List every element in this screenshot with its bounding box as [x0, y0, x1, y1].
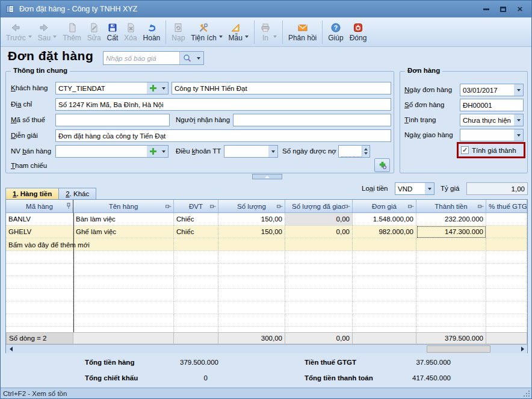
empty-cell[interactable]	[174, 302, 218, 314]
khach-hang-code-input[interactable]	[56, 82, 147, 94]
empty-cell[interactable]	[353, 251, 416, 264]
empty-cell[interactable]	[353, 302, 416, 314]
loai-tien-input[interactable]	[395, 183, 425, 194]
cell[interactable]: 150,00	[218, 226, 285, 238]
empty-cell[interactable]	[174, 289, 218, 302]
empty-cell[interactable]	[486, 302, 527, 314]
empty-cell[interactable]	[174, 276, 218, 289]
empty-cell[interactable]	[6, 251, 73, 264]
empty-cell[interactable]	[353, 264, 416, 276]
cell[interactable]: 982.000,00	[353, 226, 416, 238]
empty-cell[interactable]	[174, 314, 218, 327]
search-dropdown-button[interactable]	[194, 52, 203, 64]
empty-cell[interactable]	[218, 327, 285, 332]
cell[interactable]: 150,00	[218, 213, 285, 226]
empty-cell[interactable]	[416, 264, 486, 276]
cell[interactable]: 232.200.000	[416, 213, 486, 226]
header-so-luong[interactable]: Số lượng	[218, 200, 285, 213]
nguoi-nhan-hang-input[interactable]	[234, 114, 391, 126]
cell[interactable]: Chiếc	[174, 213, 218, 226]
ngay-don-hang-dropdown-button[interactable]	[514, 84, 523, 96]
tinh-gia-thanh-checkbox[interactable]: ✓	[461, 146, 469, 154]
khach-hang-name-input[interactable]	[172, 82, 391, 94]
empty-cell[interactable]	[6, 302, 73, 314]
empty-cell[interactable]	[218, 289, 285, 302]
toolbar-button-dong[interactable]: Đóng	[347, 19, 370, 46]
cell[interactable]: BANLV	[6, 213, 73, 226]
toolbar-button-phan-hoi[interactable]: Phản hồi	[285, 19, 320, 46]
cell-focused[interactable]: 147.300.000	[416, 226, 486, 238]
empty-cell[interactable]	[416, 327, 486, 332]
toolbar-button-cat[interactable]: Cất	[104, 19, 122, 46]
maximize-button[interactable]	[499, 5, 507, 13]
empty-cell[interactable]	[486, 264, 527, 276]
empty-cell[interactable]	[486, 251, 527, 264]
empty-cell[interactable]	[73, 314, 174, 327]
empty-cell[interactable]	[353, 327, 416, 332]
add-employee-button[interactable]	[147, 146, 159, 157]
dien-giai-input[interactable]	[56, 130, 391, 141]
ngay-giao-hang-dropdown-button[interactable]	[514, 129, 523, 141]
empty-cell[interactable]	[416, 302, 486, 314]
header-so-luong-da-giao[interactable]: Số lượng đã giao	[285, 200, 353, 213]
toolbar-button-tien-ich[interactable]: Tiện ích	[188, 19, 225, 46]
empty-cell[interactable]	[486, 327, 527, 332]
empty-cell[interactable]	[6, 276, 73, 289]
cell[interactable]: 0,00	[285, 226, 353, 238]
new-row-hint[interactable]: Bấm vào đây để thêm mới	[6, 238, 527, 251]
empty-cell[interactable]	[73, 264, 174, 276]
ngay-don-hang-input[interactable]	[460, 84, 514, 96]
ma-so-thue-input[interactable]	[56, 114, 169, 126]
empty-cell[interactable]	[353, 289, 416, 302]
header-ten-hang[interactable]: Tên hàng	[73, 200, 174, 213]
empty-cell[interactable]	[73, 302, 174, 314]
header-thue-gtgt[interactable]: % thuế GTGT	[486, 200, 527, 213]
header-ma-hang[interactable]: Mã hàng	[6, 200, 73, 213]
cell[interactable]: 0,00	[285, 213, 353, 226]
empty-cell[interactable]	[416, 289, 486, 302]
horizontal-scrollbar[interactable]	[6, 344, 527, 353]
empty-cell[interactable]	[73, 276, 174, 289]
resize-grip[interactable]	[523, 390, 530, 397]
empty-cell[interactable]	[285, 276, 353, 289]
khach-hang-dropdown-button[interactable]	[159, 82, 168, 94]
empty-cell[interactable]	[285, 264, 353, 276]
loai-tien-dropdown-button[interactable]	[425, 183, 434, 194]
empty-cell[interactable]	[218, 264, 285, 276]
search-input[interactable]	[104, 52, 179, 64]
empty-cell[interactable]	[416, 276, 486, 289]
toolbar-button-giup[interactable]: ? Giúp	[325, 19, 346, 46]
cell[interactable]: Ghế làm việc	[73, 226, 174, 238]
minimize-button[interactable]	[482, 5, 490, 13]
empty-cell[interactable]	[6, 289, 73, 302]
scrollbar-thumb[interactable]	[427, 345, 490, 353]
header-thanh-tien[interactable]: Thành tiền	[416, 200, 486, 213]
empty-cell[interactable]	[486, 314, 527, 327]
cell[interactable]: 1.548.000,00	[353, 213, 416, 226]
empty-cell[interactable]	[6, 314, 73, 327]
empty-cell[interactable]	[6, 327, 73, 332]
empty-cell[interactable]	[73, 251, 174, 264]
empty-cell[interactable]	[73, 289, 174, 302]
empty-cell[interactable]	[174, 327, 218, 332]
empty-cell[interactable]	[486, 289, 527, 302]
nv-ban-hang-dropdown-button[interactable]	[159, 146, 168, 157]
scroll-left-button[interactable]	[6, 345, 16, 353]
toolbar-button-hoan[interactable]: Hoàn	[140, 19, 164, 46]
empty-cell[interactable]	[285, 327, 353, 332]
cell[interactable]: Chiếc	[174, 226, 218, 238]
empty-cell[interactable]	[218, 314, 285, 327]
dia-chi-input[interactable]	[56, 99, 391, 110]
so-ngay-duoc-no-value[interactable]: ______	[339, 146, 362, 157]
nv-ban-hang-input[interactable]	[56, 146, 147, 157]
cell[interactable]: Bàn làm việc	[73, 213, 174, 226]
empty-cell[interactable]	[174, 264, 218, 276]
empty-cell[interactable]	[353, 314, 416, 327]
close-window-button[interactable]: ×	[516, 5, 524, 13]
ngay-giao-hang-input[interactable]	[460, 129, 514, 141]
cell[interactable]	[486, 226, 527, 238]
empty-cell[interactable]	[416, 251, 486, 264]
empty-cell[interactable]	[285, 314, 353, 327]
tab-khac[interactable]: 2. Khác	[58, 188, 96, 199]
empty-cell[interactable]	[285, 302, 353, 314]
